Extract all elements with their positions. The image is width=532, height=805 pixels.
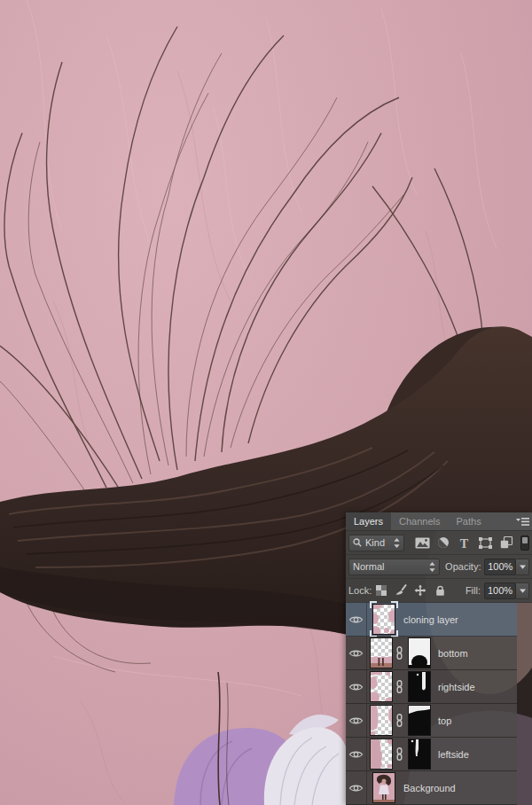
lock-position-button[interactable] (411, 582, 430, 600)
visibility-toggle[interactable] (346, 637, 367, 669)
blend-row: Normal Opacity: 100% (346, 555, 532, 579)
layer-name[interactable]: rightside (438, 682, 475, 692)
eye-icon (348, 783, 364, 793)
lock-pixels-button[interactable] (391, 582, 411, 600)
layer-row-cloning-layer[interactable]: cloning layer (346, 603, 517, 637)
image-icon (415, 537, 430, 549)
panel-tab-bar: Layers Channels Paths (346, 512, 532, 531)
fill-dropdown-button[interactable] (516, 582, 529, 599)
filter-adjustment-layers-button[interactable] (433, 534, 454, 552)
opacity-dropdown-button[interactable] (516, 559, 529, 575)
filter-type-layers-button[interactable]: T (454, 534, 475, 552)
filter-kind-select[interactable]: Kind (348, 535, 404, 551)
panel-controls: Kind (346, 531, 532, 603)
visibility-toggle[interactable] (346, 603, 367, 636)
lock-transparency-button[interactable] (372, 582, 391, 600)
spinner-arrows-icon (394, 538, 400, 548)
layer-list: cloning layer (346, 603, 532, 805)
eye-icon (348, 614, 364, 625)
layer-row-rightside[interactable]: rightside (346, 670, 517, 704)
tab-channels[interactable]: Channels (391, 512, 448, 530)
search-icon (353, 538, 362, 547)
layer-thumbnail[interactable] (370, 705, 393, 736)
filter-row: Kind (346, 531, 532, 555)
mask-link-toggle[interactable] (394, 714, 404, 727)
layer-name[interactable]: top (438, 715, 451, 726)
layer-thumbnail[interactable] (372, 604, 395, 635)
lock-all-button[interactable] (430, 582, 450, 600)
layer-thumbnail[interactable] (370, 739, 393, 770)
adjustment-icon (437, 536, 450, 549)
spinner-arrows-icon (429, 562, 435, 572)
chain-link-icon (395, 747, 403, 761)
mask-thumbnail[interactable] (408, 671, 431, 702)
tab-layers[interactable]: Layers (346, 512, 391, 530)
fill-label: Fill: (466, 585, 481, 596)
chain-link-icon (395, 646, 403, 660)
mask-link-toggle[interactable] (394, 646, 404, 660)
mask-link-toggle[interactable] (394, 747, 404, 761)
opacity-value-field[interactable]: 100% (484, 559, 516, 575)
layer-row-leftside[interactable]: leftside (346, 738, 517, 771)
lock-label: Lock: (348, 585, 372, 596)
layer-row-bottom[interactable]: bottom (346, 637, 517, 670)
layer-name[interactable]: bottom (438, 648, 468, 659)
tab-bar-spacer (489, 512, 512, 530)
visibility-toggle[interactable] (346, 704, 367, 737)
lock-row: Lock: (346, 579, 532, 603)
blend-mode-select[interactable]: Normal (348, 559, 440, 575)
mask-thumbnail[interactable] (408, 705, 431, 736)
filter-kind-label: Kind (365, 537, 385, 548)
layer-name[interactable]: cloning layer (403, 614, 458, 625)
layer-name[interactable]: Background (403, 783, 456, 793)
toggle-knob (522, 537, 528, 543)
mask-thumbnail[interactable] (408, 739, 431, 770)
shape-icon (479, 537, 492, 549)
visibility-toggle[interactable] (346, 670, 367, 703)
mask-link-toggle[interactable] (394, 680, 404, 693)
fill-value-field[interactable]: 100% (484, 582, 516, 599)
layer-row-top[interactable]: top (346, 704, 517, 738)
layer-thumbnail[interactable] (370, 637, 393, 668)
mask-thumbnail[interactable] (408, 637, 431, 668)
smart-object-icon (500, 536, 513, 549)
visibility-toggle[interactable] (346, 738, 367, 770)
chevron-down-icon (520, 589, 526, 593)
filter-pixel-layers-button[interactable] (411, 534, 433, 552)
eye-icon (348, 749, 364, 760)
blend-mode-value: Normal (353, 561, 384, 572)
svg-text:T: T (460, 537, 469, 549)
tab-paths[interactable]: Paths (449, 512, 489, 530)
type-icon: T (458, 537, 470, 549)
checkerboard-icon (376, 585, 387, 596)
panel-menu-button[interactable] (512, 512, 532, 530)
scrollbar-track[interactable] (517, 603, 532, 805)
chevron-down-icon (520, 565, 526, 569)
panel-menu-icon (516, 517, 529, 527)
filter-smart-objects-button[interactable] (497, 534, 518, 552)
padlock-icon (435, 584, 445, 597)
layers-panel: Layers Channels Paths (346, 512, 532, 805)
brush-icon (395, 584, 407, 597)
visibility-toggle[interactable] (346, 771, 367, 804)
filter-shape-layers-button[interactable] (475, 534, 497, 552)
layer-name[interactable]: leftside (438, 749, 469, 760)
layer-thumbnail[interactable] (370, 671, 393, 702)
layer-thumbnail[interactable] (372, 772, 395, 803)
chain-link-icon (395, 714, 403, 727)
move-icon (414, 584, 426, 597)
filter-on-off-toggle[interactable] (520, 535, 529, 551)
opacity-value: 100% (488, 561, 512, 572)
eye-icon (348, 715, 364, 726)
fill-value: 100% (488, 585, 512, 596)
opacity-label: Opacity: (445, 561, 481, 572)
photoshop-workspace: Layers Channels Paths (0, 0, 532, 805)
eye-icon (348, 648, 364, 659)
chain-link-icon (395, 680, 403, 693)
layer-row-background[interactable]: Background (346, 771, 517, 805)
eye-icon (348, 682, 364, 692)
